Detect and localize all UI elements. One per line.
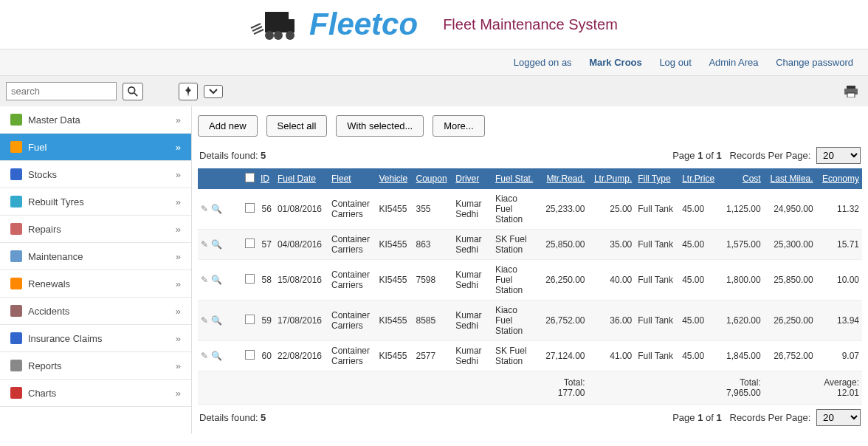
sidebar-icon: [10, 223, 22, 235]
view-icon[interactable]: 🔍: [211, 351, 222, 361]
sidebar-item-fuel[interactable]: Fuel»: [0, 134, 191, 161]
sidebar-item-reports[interactable]: Reports»: [0, 352, 191, 380]
with-selected-button[interactable]: With selected...: [336, 115, 424, 137]
col-driver[interactable]: Driver: [452, 168, 492, 189]
edit-icon[interactable]: ✎: [201, 315, 208, 326]
table-row: ✎🔍5815/08/2016Container CarriersKI545575…: [198, 260, 862, 301]
change-password-link[interactable]: Change password: [776, 57, 853, 68]
sidebar-icon: [10, 332, 22, 344]
add-new-button[interactable]: Add new: [198, 115, 258, 137]
chevron-right-icon: »: [176, 333, 181, 344]
cell-last: 25,300.00: [764, 230, 816, 260]
search-button[interactable]: [123, 83, 143, 100]
col-fuel-stat[interactable]: Fuel Stat.: [492, 168, 540, 189]
infobar-top: Details found: 5 Page 1 of 1 Records Per…: [198, 143, 862, 168]
cell-ltr: 40.00: [588, 260, 636, 301]
sidebar-item-accidents[interactable]: Accidents»: [0, 298, 191, 325]
cell-fleet: Container Carriers: [328, 341, 376, 371]
cell-econ: 10.00: [816, 260, 862, 301]
sidebar-item-repairs[interactable]: Repairs»: [0, 216, 191, 243]
cell-econ: 9.07: [816, 341, 862, 371]
edit-icon[interactable]: ✎: [201, 204, 208, 214]
sidebar-item-label: Insurance Claims: [28, 333, 102, 344]
cell-price: 45.00: [679, 230, 720, 260]
cell-coupon: 7598: [413, 260, 453, 301]
edit-icon[interactable]: ✎: [201, 351, 208, 361]
main-content: Add new Select all With selected... More…: [192, 106, 868, 433]
sidebar-item-label: Accidents: [28, 306, 69, 317]
cell-price: 45.00: [679, 189, 720, 230]
view-icon[interactable]: 🔍: [211, 239, 222, 250]
dropdown-button[interactable]: [204, 85, 223, 98]
sidebar-item-label: Stocks: [28, 169, 57, 180]
sidebar-item-label: Fuel: [28, 142, 46, 153]
edit-icon[interactable]: ✎: [201, 275, 208, 285]
sidebar-item-stocks[interactable]: Stocks»: [0, 161, 191, 188]
sidebar-item-maintenance[interactable]: Maintenance»: [0, 243, 191, 270]
cell-vehicle: KI5455: [376, 189, 413, 230]
cell-date: 22/08/2016: [275, 341, 328, 371]
col-economy[interactable]: Economy: [816, 168, 862, 189]
row-checkbox[interactable]: [245, 239, 255, 248]
svg-line-6: [134, 92, 137, 95]
row-checkbox[interactable]: [245, 203, 255, 213]
select-all-checkbox[interactable]: [245, 173, 255, 182]
col-fill-type[interactable]: Fill Type: [635, 168, 679, 189]
view-icon[interactable]: 🔍: [211, 315, 222, 326]
sidebar-icon: [10, 196, 22, 207]
col-coupon[interactable]: Coupon: [413, 168, 453, 189]
cell-fill: Full Tank: [635, 341, 679, 371]
cell-date: 15/08/2016: [275, 260, 328, 301]
row-checkbox[interactable]: [245, 274, 255, 284]
sidebar-icon: [10, 387, 22, 399]
cell-mtr: 25,233.00: [540, 189, 588, 230]
pin-button[interactable]: [179, 83, 198, 100]
chevron-right-icon: »: [176, 360, 181, 371]
cell-coupon: 2577: [413, 341, 453, 371]
col-id[interactable]: ID: [258, 168, 275, 189]
cell-ltr: 35.00: [588, 230, 636, 260]
svg-point-3: [274, 31, 283, 40]
view-icon[interactable]: 🔍: [211, 275, 222, 285]
col-mtr-read[interactable]: Mtr.Read.: [540, 168, 588, 189]
row-checkbox[interactable]: [245, 350, 255, 360]
select-all-button[interactable]: Select all: [266, 115, 328, 137]
chevron-right-icon: »: [176, 251, 181, 262]
more-button[interactable]: More...: [433, 115, 484, 137]
view-icon[interactable]: 🔍: [211, 204, 222, 214]
cell-price: 45.00: [679, 341, 720, 371]
col-cost[interactable]: Cost: [720, 168, 764, 189]
sidebar-item-rebuilt-tyres[interactable]: Rebuilt Tyres»: [0, 188, 191, 216]
search-input[interactable]: [6, 82, 117, 100]
chevron-right-icon: »: [176, 142, 181, 153]
cell-date: 17/08/2016: [275, 301, 328, 341]
cell-driver: Kumar Sedhi: [452, 341, 492, 371]
logout-link[interactable]: Log out: [659, 57, 691, 68]
search-icon: [128, 86, 138, 97]
chevron-right-icon: »: [176, 169, 181, 180]
col-ltr-pump[interactable]: Ltr.Pump.: [588, 168, 636, 189]
sidebar-item-label: Master Data: [28, 114, 80, 126]
infobar-bottom: Details found: 5 Page 1 of 1 Records Per…: [198, 405, 862, 430]
top-toolbar: [0, 76, 868, 106]
cell-vehicle: KI5455: [376, 301, 413, 341]
sidebar-item-master-data[interactable]: Master Data»: [0, 106, 191, 134]
print-button[interactable]: [840, 83, 862, 100]
cell-vehicle: KI5455: [376, 260, 413, 301]
admin-area-link[interactable]: Admin Area: [709, 57, 758, 68]
col-vehicle[interactable]: Vehicle: [376, 168, 413, 189]
cell-fill: Full Tank: [635, 189, 679, 230]
records-per-page-select-bottom[interactable]: 20: [816, 409, 861, 426]
cell-station: Kiaco Fuel Station: [492, 189, 540, 230]
sidebar-item-insurance-claims[interactable]: Insurance Claims»: [0, 325, 191, 352]
col-last-milea[interactable]: Last Milea.: [764, 168, 816, 189]
cell-price: 45.00: [679, 260, 720, 301]
sidebar-item-charts[interactable]: Charts»: [0, 380, 191, 407]
col-fleet[interactable]: Fleet: [328, 168, 376, 189]
col-ltr-price[interactable]: Ltr.Price: [679, 168, 720, 189]
sidebar-item-renewals[interactable]: Renewals»: [0, 270, 191, 298]
edit-icon[interactable]: ✎: [201, 239, 208, 250]
col-fuel-date[interactable]: Fuel Date: [275, 168, 328, 189]
records-per-page-select[interactable]: 20: [816, 147, 861, 164]
row-checkbox[interactable]: [245, 315, 255, 324]
